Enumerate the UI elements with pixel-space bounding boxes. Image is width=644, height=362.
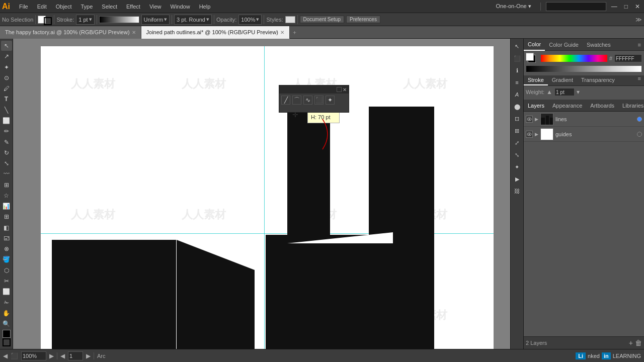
transparency-tab[interactable]: Transparency (577, 75, 619, 85)
right-icon-star[interactable]: ✦ (512, 161, 523, 172)
right-icon-play[interactable]: ▶ (512, 173, 523, 185)
menu-view[interactable]: View (145, 3, 166, 11)
layer-eye-guides[interactable] (526, 131, 533, 138)
brush-icon-flare[interactable]: ✦ (326, 96, 335, 105)
line-tool[interactable]: ╲ (1, 105, 12, 115)
pencil-tool[interactable]: ✎ (1, 137, 12, 147)
paintbrush-tool[interactable]: ✏ (1, 126, 12, 136)
pen-tool[interactable]: 🖊 (1, 83, 12, 94)
tab-happy-factory-close[interactable]: ✕ (132, 30, 136, 35)
brush-icon-paint[interactable]: ╱ (281, 96, 290, 105)
status-nav-icon[interactable]: ⬛ (11, 352, 18, 359)
right-icon-transform[interactable]: ⬛ (512, 53, 523, 64)
stroke-options-icon[interactable]: ≡ (635, 75, 644, 85)
round-select[interactable]: 3 pt. Round ▾ (174, 15, 212, 25)
color-hex-input[interactable] (614, 54, 642, 62)
tab-joined-path-close[interactable]: ✕ (280, 30, 284, 35)
gradient-tool[interactable]: ◧ (1, 223, 12, 233)
eyedropper-tool[interactable]: 🖃 (1, 233, 12, 243)
zoom-input[interactable] (21, 351, 46, 360)
stroke-tab[interactable]: Stroke (524, 75, 548, 85)
mesh-tool[interactable]: ⊞ (1, 212, 12, 222)
menu-select[interactable]: Select (98, 3, 121, 11)
scale-tool[interactable]: ⤡ (1, 158, 12, 168)
color-spectrum-bar[interactable] (541, 55, 607, 62)
workspace-selector[interactable]: One-on-One ▾ (492, 2, 535, 11)
free-transform-tool[interactable]: ⊞ (1, 179, 12, 190)
color-gradient-spectrum[interactable] (526, 65, 642, 72)
warp-tool[interactable]: 〰 (1, 169, 12, 179)
canvas-area[interactable]: 人人素材 人人素材 人人素材 人人素材 人人素材 人人素材 人人素材 人人素材 … (13, 39, 510, 349)
menu-edit[interactable]: Edit (33, 3, 51, 11)
right-icon-grid[interactable]: ⊞ (512, 125, 523, 136)
right-icon-type[interactable]: A (512, 89, 523, 100)
brush-icon-wave[interactable]: ∿ (303, 96, 312, 105)
hand-tool[interactable]: ✋ (1, 308, 12, 318)
page-input[interactable] (68, 351, 83, 360)
tab-happy-factory[interactable]: The happy factory.ai @ 100% (RGB/GPU Pre… (0, 26, 141, 39)
stroke-swatch[interactable] (44, 17, 52, 25)
color-tab[interactable]: Color (524, 39, 545, 51)
stroke-weight-up-icon[interactable]: ▲ (546, 88, 552, 96)
right-icon-info[interactable]: ℹ (512, 65, 523, 76)
panel-options-icon[interactable]: ≡ (635, 42, 644, 48)
menu-object[interactable]: Object (52, 3, 76, 11)
stroke-weight-down-icon[interactable]: ▾ (577, 88, 580, 96)
menu-window[interactable]: Window (167, 3, 194, 11)
status-next-art[interactable]: ▶ (86, 352, 91, 359)
layer-eye-lines[interactable] (526, 116, 533, 123)
right-icon-layer[interactable]: ≡ (512, 77, 523, 88)
tab-joined-path[interactable]: Joined path outlines.ai* @ 100% (RGB/GPU… (141, 26, 290, 39)
new-layer-btn[interactable]: + (629, 339, 633, 347)
status-prev-art[interactable]: ◀ (60, 352, 65, 359)
symbol-tool[interactable]: ☆ (1, 191, 12, 201)
search-input[interactable] (546, 2, 606, 11)
layer-item-lines[interactable]: ▶ lines (524, 112, 644, 127)
stroke-tool[interactable] (3, 338, 11, 346)
color-fill-box[interactable] (526, 53, 534, 61)
perspective-tool[interactable]: ⬡ (1, 265, 12, 276)
menu-help[interactable]: Help (195, 3, 215, 11)
shape-tool[interactable]: ⬜ (1, 116, 12, 126)
doc-setup-button[interactable]: Document Setup (300, 16, 345, 23)
layers-tab-artboards[interactable]: Artboards (586, 100, 618, 112)
right-icon-expand[interactable]: ⤢ (512, 137, 523, 148)
prefs-button[interactable]: Preferences (346, 16, 380, 23)
panel-minimize-btn[interactable] (337, 87, 342, 92)
swatches-tab[interactable]: Swatches (583, 39, 615, 51)
right-icon-circle[interactable]: ⬤ (512, 101, 523, 112)
right-icon-link[interactable]: ⛓ (512, 186, 523, 197)
brush-icon-arc[interactable]: ⌒ (292, 96, 301, 105)
select-tool[interactable]: ↖ (1, 41, 12, 51)
eraser-tool[interactable]: ⬜ (1, 287, 12, 297)
menu-file[interactable]: File (15, 3, 32, 11)
layers-tab-appearance[interactable]: Appearance (548, 100, 586, 112)
slice-tool[interactable]: ✂ (1, 276, 12, 286)
delete-layer-btn[interactable]: 🗑 (635, 339, 642, 347)
opacity-box[interactable]: 100% ▾ (238, 15, 262, 25)
panel-close-btn[interactable]: ✕ (343, 87, 347, 93)
scissors-tool[interactable]: ✁ (1, 297, 12, 307)
type-tool[interactable]: T (1, 94, 12, 104)
blend-tool[interactable]: ⊗ (1, 244, 12, 254)
uniform-select[interactable]: Uniform ▾ (141, 15, 170, 25)
minimize-button[interactable]: — (609, 2, 619, 11)
menu-type[interactable]: Type (77, 3, 97, 11)
direct-select-tool[interactable]: ↗ (1, 51, 12, 61)
new-tab-icon[interactable]: ＋ (292, 29, 297, 36)
fill-tool[interactable] (3, 330, 11, 338)
close-button[interactable]: ✕ (633, 2, 642, 11)
column-graph-tool[interactable]: 📊 (1, 201, 12, 211)
right-icon-select[interactable]: ↖ (512, 41, 523, 52)
lasso-tool[interactable]: ⊙ (1, 73, 12, 83)
brush-icon-grid[interactable]: ⬛ (314, 96, 324, 105)
layers-tab-libraries[interactable]: Libraries (618, 100, 644, 112)
gradient-tab[interactable]: Gradient (548, 75, 577, 85)
zoom-tool[interactable]: 🔍 (1, 319, 12, 329)
rotate-tool[interactable]: ↻ (1, 148, 12, 158)
right-icon-align[interactable]: ⊡ (512, 113, 523, 124)
status-nav-right[interactable]: ▶ (49, 352, 54, 359)
maximize-button[interactable]: □ (622, 2, 630, 11)
live-paint-tool[interactable]: 🪣 (1, 254, 12, 264)
layers-tab-layers[interactable]: Layers (524, 100, 548, 112)
